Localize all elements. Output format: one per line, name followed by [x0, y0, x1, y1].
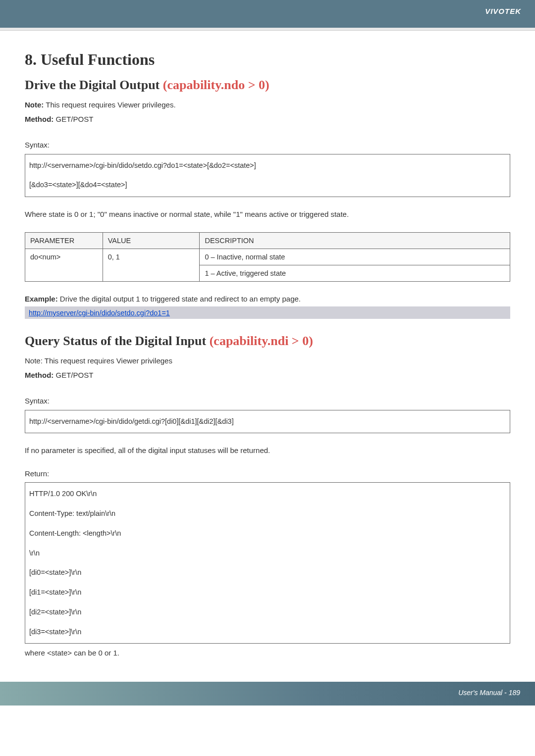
- parameter-table-1: PARAMETER VALUE DESCRIPTION do<num> 0, 1…: [25, 232, 510, 282]
- page-content: 8. Useful Functions Drive the Digital Ou…: [0, 31, 535, 672]
- subsection-heading-2: Query Status of the Digital Input (capab…: [25, 334, 510, 349]
- return-label: Return:: [25, 468, 510, 480]
- syntax-label: Syntax:: [25, 140, 510, 151]
- syntax-line-2-1: http://<servername>/cgi-bin/dido/getdi.c…: [25, 413, 510, 430]
- td-desc-b: 1 – Active, triggered state: [200, 265, 510, 281]
- ret-l8: [di3=<state>]\r\n: [25, 624, 510, 641]
- method-line: Method: GET/POST: [25, 114, 510, 125]
- brand-text: VIVOTEK: [485, 7, 521, 15]
- ret-l1: HTTP/1.0 200 OK\r\n: [25, 486, 510, 503]
- ret-l2: Content-Type: text/plain\r\n: [25, 505, 510, 522]
- footer-bar: User's Manual - 189: [0, 682, 535, 706]
- example-line: Example: Drive the digital output 1 to t…: [25, 294, 510, 305]
- return-box: HTTP/1.0 200 OK\r\n Content-Type: text/p…: [25, 482, 510, 644]
- sub-heading-text-2: Query Status of the Digital Input: [25, 334, 210, 348]
- method-label: Method:: [25, 115, 54, 123]
- header-bar: VIVOTEK: [0, 0, 535, 28]
- if-text: If no parameter is specified, all of the…: [25, 445, 510, 456]
- td-value: 0, 1: [103, 249, 200, 281]
- ret-l5: [di0=<state>]\r\n: [25, 564, 510, 581]
- example-text: Drive the digital output 1 to triggered …: [58, 295, 301, 303]
- sub-heading-text: Drive the Digital Output: [25, 78, 163, 92]
- ret-l7: [di2=<state>]\r\n: [25, 604, 510, 621]
- subsection-heading-1: Drive the Digital Output (capability.ndo…: [25, 78, 510, 93]
- table-header-row: PARAMETER VALUE DESCRIPTION: [25, 232, 510, 249]
- where-text-1: Where state is 0 or 1; "0" means inactiv…: [25, 209, 510, 220]
- td-desc-a: 0 – Inactive, normal state: [200, 249, 510, 265]
- syntax-box-2: http://<servername>/cgi-bin/dido/getdi.c…: [25, 410, 510, 434]
- ret-l4: \r\n: [25, 545, 510, 562]
- example-label: Example:: [25, 295, 58, 303]
- table-row: do<num> 0, 1 0 – Inactive, normal state: [25, 249, 510, 265]
- example-link[interactable]: http://myserver/cgi-bin/dido/setdo.cgi?d…: [29, 309, 170, 317]
- note-label: Note:: [25, 101, 44, 109]
- note-line: Note: This request requires Viewer privi…: [25, 100, 510, 111]
- syntax-line-1: http://<servername>/cgi-bin/dido/setdo.c…: [25, 157, 510, 174]
- syntax-line-2: [&do3=<state>][&do4=<state>]: [25, 177, 510, 194]
- method-text: GET/POST: [54, 115, 93, 123]
- example-link-row: http://myserver/cgi-bin/dido/setdo.cgi?d…: [25, 306, 510, 319]
- note-text: This request requires Viewer privileges.: [44, 101, 175, 109]
- where-text-2: where <state> can be 0 or 1.: [25, 648, 510, 659]
- sub-heading-capability-2: (capability.ndi > 0): [210, 334, 313, 348]
- note-line-2: Note: This request requires Viewer privi…: [25, 355, 510, 367]
- th-description: DESCRIPTION: [200, 232, 510, 249]
- method-label-2: Method:: [25, 371, 54, 379]
- page-number: User's Manual - 189: [458, 689, 520, 697]
- syntax-label-2: Syntax:: [25, 396, 510, 407]
- th-value: VALUE: [103, 232, 200, 249]
- sub-heading-capability: (capability.ndo > 0): [163, 78, 269, 92]
- section-heading: 8. Useful Functions: [25, 50, 510, 69]
- td-param: do<num>: [25, 249, 103, 281]
- ret-l3: Content-Length: <length>\r\n: [25, 525, 510, 542]
- syntax-box-1: http://<servername>/cgi-bin/dido/setdo.c…: [25, 154, 510, 198]
- method-line-2: Method: GET/POST: [25, 370, 510, 381]
- th-parameter: PARAMETER: [25, 232, 103, 249]
- method-text-2: GET/POST: [54, 371, 93, 379]
- ret-l6: [di1=<state>]\r\n: [25, 584, 510, 601]
